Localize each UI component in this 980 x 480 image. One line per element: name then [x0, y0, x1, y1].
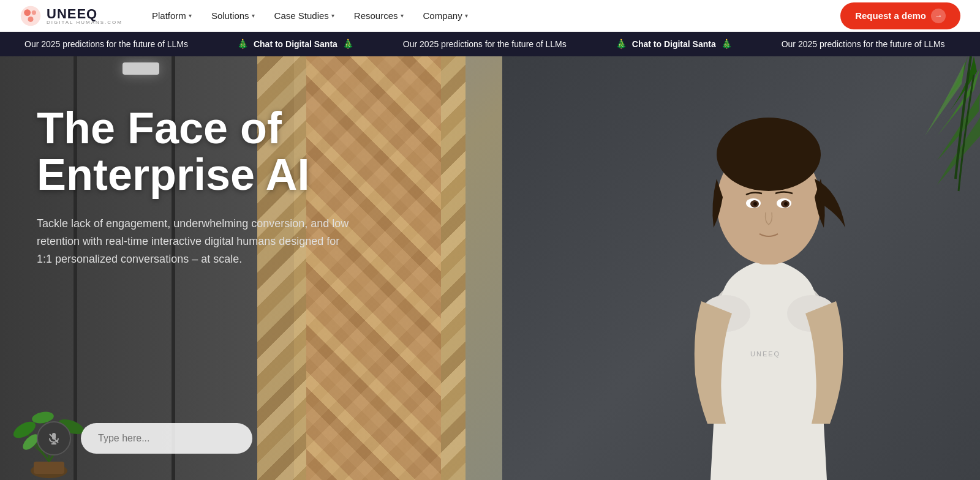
nav-item-company[interactable]: Company ▾: [423, 10, 468, 21]
logo[interactable]: UNEEQ DIGITAL HUMANS.COM: [20, 5, 123, 27]
nav-item-case-studies[interactable]: Case Studies ▾: [274, 10, 334, 21]
chat-input-area: [37, 421, 252, 456]
ticker-item: Our 2025 predictions for the future of L…: [379, 39, 591, 49]
tree-icon: 🎄: [616, 39, 627, 50]
hero-bg-right: UNEEQ: [502, 56, 980, 480]
digital-human-figure: UNEEQ: [631, 56, 907, 480]
svg-point-1: [24, 9, 31, 16]
hero-section: UNEEQ The Face of Enterprise AI Tackle l…: [0, 56, 980, 480]
chat-text-input[interactable]: [81, 423, 252, 454]
hero-content: The Face of Enterprise AI Tackle lack of…: [37, 105, 404, 298]
ceiling-light: [123, 62, 159, 75]
tree-icon: 🎄: [721, 39, 733, 50]
ticker-santa-item[interactable]: 🎄 Chat to Digital Santa 🎄: [213, 39, 379, 50]
tree-icon: 🎄: [342, 39, 354, 50]
svg-point-2: [32, 10, 36, 15]
chevron-down-icon: ▾: [331, 12, 334, 19]
ticker-track: Our 2025 predictions for the future of L…: [0, 39, 980, 50]
navbar: UNEEQ DIGITAL HUMANS.COM Platform ▾ Solu…: [0, 0, 980, 32]
logo-sub-text: DIGITAL HUMANS.COM: [47, 20, 123, 25]
svg-point-20: [753, 202, 757, 206]
ticker-bar: Our 2025 predictions for the future of L…: [0, 32, 980, 56]
tree-icon: 🎄: [237, 39, 249, 50]
ticker-santa-item[interactable]: 🎄 Chat to Digital Santa 🎄: [970, 39, 980, 50]
ticker-santa-item[interactable]: 🎄 Chat to Digital Santa 🎄: [591, 39, 757, 50]
request-demo-button[interactable]: Request a demo →: [840, 2, 960, 29]
mic-button[interactable]: [37, 421, 71, 456]
svg-point-3: [28, 16, 34, 21]
svg-text:UNEEQ: UNEEQ: [750, 350, 780, 358]
nav-item-resources[interactable]: Resources ▾: [354, 10, 404, 21]
svg-point-0: [21, 6, 40, 25]
arrow-icon: →: [931, 9, 946, 23]
hero-subtitle: Tackle lack of engagement, underwhelming…: [37, 215, 355, 268]
nav-links: Platform ▾ Solutions ▾ Case Studies ▾ Re…: [152, 10, 840, 21]
nav-item-platform[interactable]: Platform ▾: [152, 10, 192, 21]
svg-point-15: [717, 118, 821, 191]
hero-title: The Face of Enterprise AI: [37, 105, 404, 198]
nav-item-solutions[interactable]: Solutions ▾: [211, 10, 255, 21]
svg-rect-5: [34, 462, 64, 474]
ticker-item: Our 2025 predictions for the future of L…: [757, 39, 970, 49]
chevron-down-icon: ▾: [401, 12, 404, 19]
chevron-down-icon: ▾: [252, 12, 255, 19]
microphone-icon: [47, 432, 61, 445]
chevron-down-icon: ▾: [465, 12, 468, 19]
chevron-down-icon: ▾: [189, 12, 192, 19]
ticker-item: Our 2025 predictions for the future of L…: [0, 39, 213, 49]
logo-icon: [20, 5, 42, 27]
svg-point-21: [784, 202, 788, 206]
